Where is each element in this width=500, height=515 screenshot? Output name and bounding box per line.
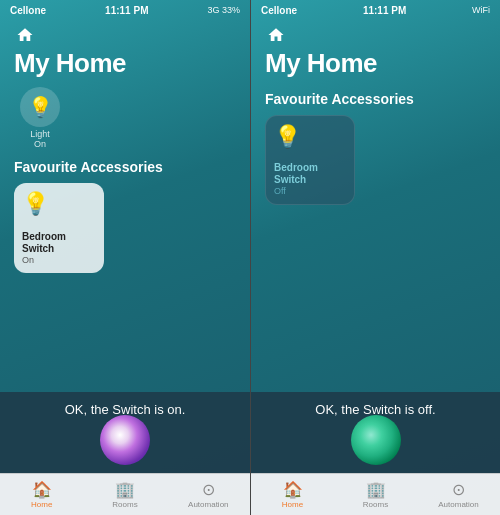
left-panel: Cellone 11:11 PM 3G 33% My Home 💡 Light …: [0, 0, 250, 515]
light-label-left: Light: [30, 129, 50, 139]
header-left: My Home: [0, 20, 250, 87]
accessories-area-right: 💡 Bedroom Switch Off: [251, 115, 500, 205]
tab-bar-right: 🏠 Home 🏢 Rooms ⊙ Automation: [251, 473, 500, 515]
header-right: My Home: [251, 20, 500, 87]
status-bar-left: Cellone 11:11 PM 3G 33%: [0, 0, 250, 20]
tab-home-icon-left: 🏠: [32, 480, 52, 499]
tab-home-icon-right: 🏠: [283, 480, 303, 499]
accessory-name-right: Bedroom Switch: [274, 162, 346, 186]
accessory-icon-left: 💡: [22, 191, 96, 217]
tab-automation-icon-right: ⊙: [452, 480, 465, 499]
tab-automation-label-left: Automation: [188, 500, 228, 509]
tab-rooms-label-right: Rooms: [363, 500, 388, 509]
tab-rooms-right[interactable]: 🏢 Rooms: [334, 480, 417, 509]
section-title-left: Favourite Accessories: [0, 155, 250, 183]
siri-button-left[interactable]: [100, 415, 150, 465]
accessory-info-left: Bedroom Switch On: [22, 231, 96, 265]
time-left: 11:11 PM: [105, 5, 148, 16]
accessory-card-left[interactable]: 💡 Bedroom Switch On: [14, 183, 104, 273]
accessory-info-right: Bedroom Switch Off: [274, 162, 346, 196]
tab-automation-left[interactable]: ⊙ Automation: [167, 480, 250, 509]
carrier-left: Cellone: [10, 5, 46, 16]
light-icon-left: 💡: [20, 87, 60, 127]
home-icon-right[interactable]: [265, 24, 287, 46]
accessory-name-left: Bedroom Switch: [22, 231, 96, 255]
house-svg-right: [267, 26, 285, 44]
page-title-left: My Home: [14, 48, 236, 79]
tab-rooms-icon-right: 🏢: [366, 480, 386, 499]
house-svg-left: [16, 26, 34, 44]
accessory-status-left: On: [22, 255, 96, 265]
tab-home-right[interactable]: 🏠 Home: [251, 480, 334, 509]
signal-right: WiFi: [472, 5, 490, 15]
tab-automation-icon-left: ⊙: [202, 480, 215, 499]
signal-left: 3G 33%: [207, 5, 240, 15]
accessory-card-right[interactable]: 💡 Bedroom Switch Off: [265, 115, 355, 205]
accessories-area-left: 💡 Bedroom Switch On: [0, 183, 250, 273]
signal-text-right: WiFi: [472, 5, 490, 15]
tab-rooms-left[interactable]: 🏢 Rooms: [83, 480, 166, 509]
status-bar-right: Cellone 11:11 PM WiFi: [251, 0, 500, 20]
light-status-left: On: [34, 139, 46, 149]
section-title-right: Favourite Accessories: [251, 87, 500, 115]
tab-rooms-label-left: Rooms: [112, 500, 137, 509]
home-icon-left[interactable]: [14, 24, 36, 46]
siri-button-right[interactable]: [351, 415, 401, 465]
tab-bar-left: 🏠 Home 🏢 Rooms ⊙ Automation: [0, 473, 250, 515]
tab-automation-label-right: Automation: [438, 500, 478, 509]
tab-home-label-right: Home: [282, 500, 303, 509]
tab-rooms-icon-left: 🏢: [115, 480, 135, 499]
carrier-right: Cellone: [261, 5, 297, 16]
tab-home-left[interactable]: 🏠 Home: [0, 480, 83, 509]
time-right: 11:11 PM: [363, 5, 406, 16]
accessory-icon-right: 💡: [274, 124, 346, 150]
right-panel: Cellone 11:11 PM WiFi My Home Favourite …: [250, 0, 500, 515]
page-title-right: My Home: [265, 48, 486, 79]
accessory-status-right: Off: [274, 186, 346, 196]
tab-automation-right[interactable]: ⊙ Automation: [417, 480, 500, 509]
signal-text-left: 3G 33%: [207, 5, 240, 15]
light-card-left[interactable]: 💡 Light On: [14, 87, 66, 149]
tab-home-label-left: Home: [31, 500, 52, 509]
